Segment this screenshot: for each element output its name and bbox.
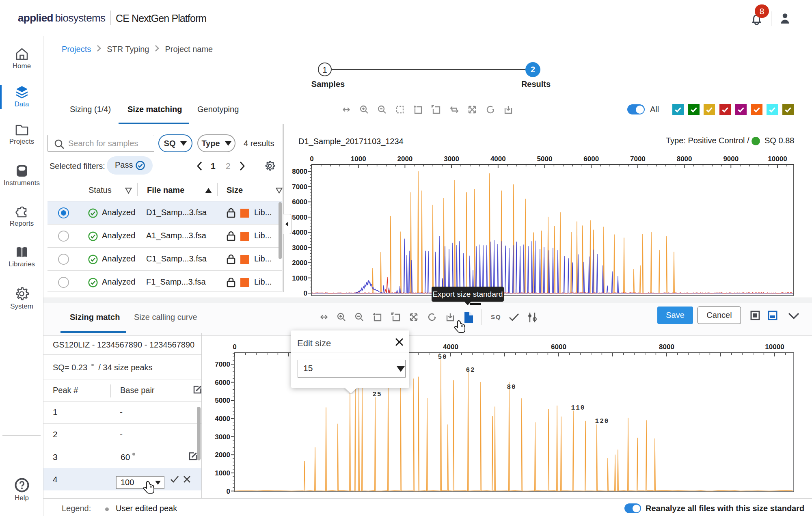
svg-text:6000: 6000: [215, 379, 230, 386]
svg-text:1000: 1000: [215, 469, 230, 477]
svg-text:0: 0: [227, 488, 230, 495]
svg-text:6000: 6000: [551, 343, 566, 351]
svg-text:8000: 8000: [659, 343, 674, 351]
svg-text:7000: 7000: [215, 361, 230, 368]
svg-text:10000: 10000: [765, 343, 784, 351]
svg-text:50: 50: [438, 354, 447, 361]
svg-text:4000: 4000: [443, 343, 458, 351]
svg-text:2000: 2000: [215, 451, 230, 459]
svg-text:110: 110: [571, 404, 585, 412]
svg-text:120: 120: [595, 418, 609, 425]
svg-text:62: 62: [466, 367, 475, 374]
svg-text:3000: 3000: [215, 433, 230, 441]
svg-text:25: 25: [372, 391, 382, 398]
svg-text:4000: 4000: [215, 415, 230, 423]
svg-text:5000: 5000: [215, 397, 230, 404]
svg-text:80: 80: [507, 384, 516, 391]
svg-text:0: 0: [233, 343, 236, 351]
